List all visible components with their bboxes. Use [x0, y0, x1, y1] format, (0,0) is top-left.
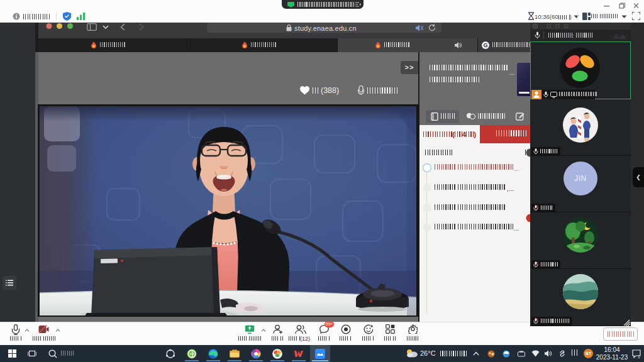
svg-text:1: 1 — [638, 354, 640, 359]
svg-text:G: G — [483, 42, 487, 48]
